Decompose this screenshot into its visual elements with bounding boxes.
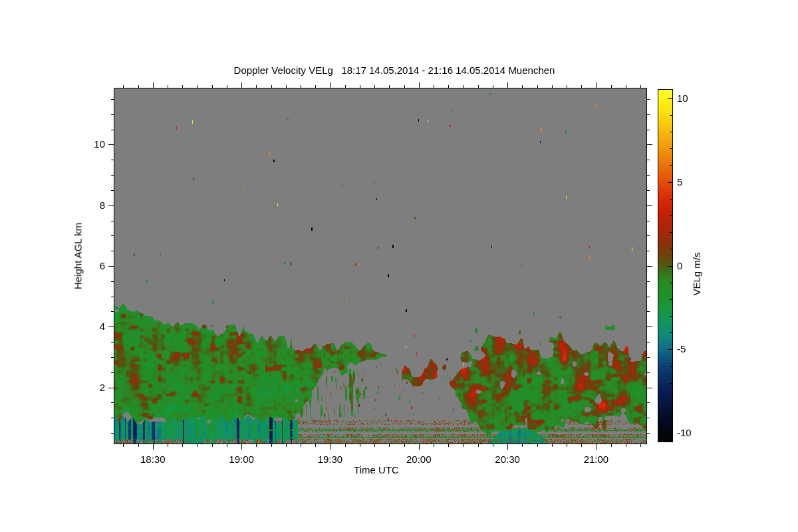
- x-axis-tick-label: 19:30: [318, 453, 343, 466]
- doppler-velocity-plot-page: Doppler Velocity VELg 18:17 14.05.2014 -…: [0, 0, 798, 532]
- y-axis-tick-label: 10: [73, 138, 105, 151]
- y-axis-tick-label: 4: [73, 320, 105, 333]
- x-axis-tick-label: 18:30: [140, 453, 166, 466]
- x-axis-tick-label: 21:00: [584, 453, 609, 466]
- y-axis-tick-label: 2: [73, 381, 105, 394]
- x-axis-tick-label: 20:30: [495, 453, 520, 466]
- x-axis-tick-label: 19:00: [229, 453, 254, 466]
- colorbar-tick-label: 10: [677, 92, 688, 105]
- colorbar-tick-label: -5: [677, 342, 686, 356]
- tick-labels-layer: 18:3019:0019:3020:0020:3021:002468101050…: [0, 0, 798, 532]
- x-axis-tick-label: 20:00: [406, 453, 432, 466]
- y-axis-tick-label: 6: [73, 259, 105, 273]
- colorbar-tick-label: 5: [677, 176, 682, 189]
- colorbar-tick-label: 0: [677, 259, 682, 273]
- colorbar-tick-label: -10: [677, 426, 692, 440]
- y-axis-tick-label: 8: [73, 199, 105, 212]
